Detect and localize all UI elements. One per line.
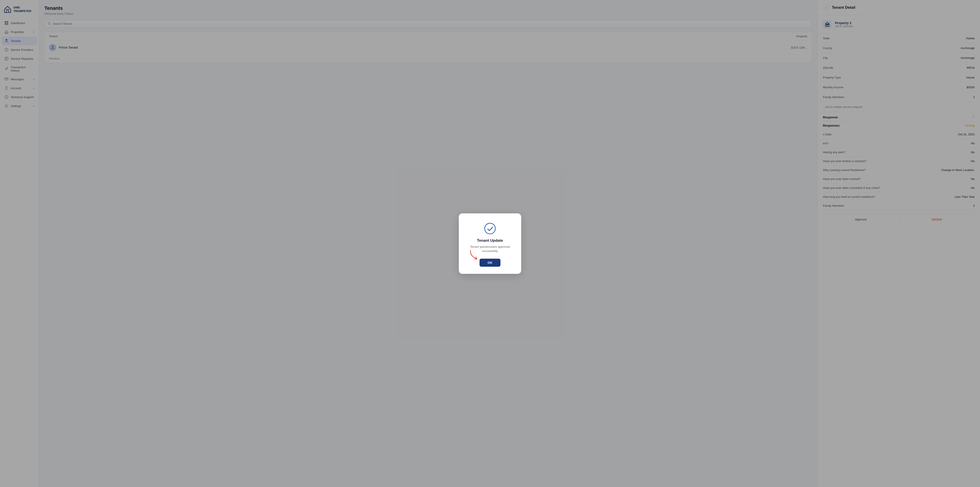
check-icon [484, 222, 496, 235]
modal-ok-button[interactable]: OK [479, 259, 501, 267]
svg-point-21 [485, 223, 495, 234]
modal-overlay: Tenant Update Tenant questionnaire appro… [0, 0, 980, 487]
success-modal: Tenant Update Tenant questionnaire appro… [459, 213, 521, 274]
modal-title: Tenant Update [467, 238, 513, 243]
